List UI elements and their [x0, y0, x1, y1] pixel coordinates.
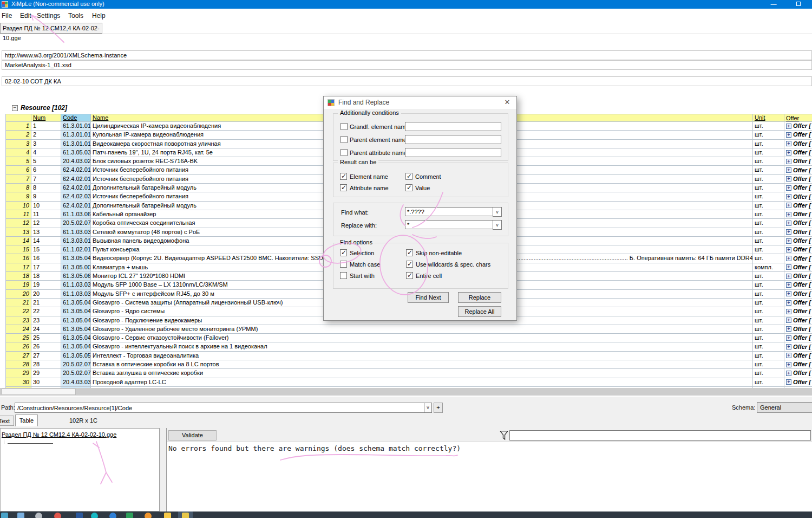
offer-cell[interactable]: +Offer [	[784, 290, 812, 299]
unit-cell[interactable]: шт.	[753, 272, 784, 281]
find-what-dropdown[interactable]: v	[493, 207, 502, 217]
expand-plus-icon[interactable]: +	[786, 353, 791, 358]
code-cell[interactable]: 61.3.05.06	[61, 272, 91, 281]
header-offer[interactable]: Offer	[784, 114, 812, 122]
find-what-input[interactable]	[405, 207, 493, 216]
expand-plus-icon[interactable]: +	[786, 212, 791, 217]
code-cell[interactable]: 61.3.05.00	[61, 263, 91, 272]
row-index-cell[interactable]: 29	[6, 369, 31, 378]
num-cell[interactable]: 25	[31, 334, 61, 342]
code-cell[interactable]: 61.1.03.03	[61, 228, 91, 237]
expand-plus-icon[interactable]: +	[786, 309, 791, 314]
expand-plus-icon[interactable]: +	[786, 167, 791, 173]
offer-cell[interactable]: +Offer [	[784, 378, 812, 387]
unit-cell[interactable]: шт.	[753, 290, 784, 299]
maximize-button[interactable]	[791, 0, 806, 9]
row-index-cell[interactable]: 14	[6, 237, 31, 245]
menu-file[interactable]: File	[2, 12, 12, 20]
row-index-cell[interactable]: 2	[6, 131, 31, 139]
word-icon[interactable]	[76, 513, 83, 518]
table-row[interactable]: 262661.3.05.04Glosavpro - интеллектуальн…	[6, 342, 812, 351]
num-cell[interactable]: 2	[31, 131, 61, 139]
code-cell[interactable]: 20.4.03.02	[61, 157, 91, 166]
offer-cell[interactable]: +Offer [	[784, 122, 812, 131]
expand-plus-icon[interactable]: +	[786, 132, 791, 138]
num-cell[interactable]: 30	[31, 378, 61, 387]
num-cell[interactable]: 12	[31, 219, 61, 228]
offer-cell[interactable]: +Offer [	[784, 369, 812, 378]
table-row[interactable]: 272761.3.05.05Интеллект - Торговая видео…	[6, 352, 812, 360]
code-cell[interactable]: 61.3.05.04	[61, 307, 91, 316]
name-cell[interactable]: Glosavpro - Удаленное рабочее место мони…	[91, 325, 753, 334]
option-checkbox-entire-cell[interactable]	[406, 272, 413, 279]
row-index-cell[interactable]: 24	[6, 325, 31, 334]
offer-cell[interactable]: +Offer [	[784, 202, 812, 210]
offer-cell[interactable]: +Offer [	[784, 360, 812, 369]
num-cell[interactable]: 21	[31, 299, 61, 307]
result-checkbox-element-name[interactable]	[340, 173, 347, 180]
result-checkbox-value[interactable]	[405, 184, 412, 191]
unit-cell[interactable]: шт.	[753, 352, 784, 360]
unit-cell[interactable]: шт.	[753, 202, 784, 210]
excel-icon[interactable]	[126, 513, 133, 518]
dialog-title-bar[interactable]: Find and Replace ✕	[324, 96, 516, 109]
tab-text[interactable]: Text	[0, 416, 14, 426]
num-cell[interactable]: 1	[31, 122, 61, 131]
row-index-cell[interactable]: 3	[6, 140, 31, 148]
menu-edit[interactable]: Edit	[20, 12, 31, 20]
expand-plus-icon[interactable]: +	[786, 291, 791, 296]
num-cell[interactable]: 13	[31, 228, 61, 237]
num-cell[interactable]: 24	[31, 325, 61, 334]
expand-plus-icon[interactable]: +	[786, 124, 791, 129]
unit-cell[interactable]: шт.	[753, 166, 784, 174]
table-row[interactable]: 252561.3.05.04Glosavpro - Сервис отказоу…	[6, 334, 812, 342]
row-index-cell[interactable]: 28	[6, 360, 31, 369]
code-cell[interactable]: 61.3.03.01	[61, 237, 91, 245]
xsd-cell[interactable]: MarketAnalysis-1_01.xsd	[2, 60, 812, 70]
row-index-cell[interactable]: 17	[6, 263, 31, 272]
expand-plus-icon[interactable]: +	[786, 371, 791, 376]
code-cell[interactable]: 20.5.02.07	[61, 360, 91, 369]
expand-plus-icon[interactable]: +	[786, 194, 791, 199]
expand-plus-icon[interactable]: +	[786, 238, 791, 244]
num-cell[interactable]: 26	[31, 342, 61, 351]
row-index-cell[interactable]: 8	[6, 184, 31, 192]
expand-plus-icon[interactable]: +	[786, 344, 791, 349]
expand-plus-icon[interactable]: +	[786, 335, 791, 341]
num-cell[interactable]: 17	[31, 263, 61, 272]
document-tab[interactable]: Раздел ПД № 12 СМ12,4 КА-02-02-10.gge	[0, 23, 102, 34]
offer-cell[interactable]: +Offer [	[784, 325, 812, 334]
option-checkbox-use-wildcards-spec-chars[interactable]	[406, 261, 413, 268]
unit-cell[interactable]: шт.	[753, 334, 784, 342]
row-index-cell[interactable]: 26	[6, 342, 31, 351]
expand-plus-icon[interactable]: +	[786, 362, 791, 367]
code-cell[interactable]: 61.3.05.05	[61, 352, 91, 360]
expand-plus-icon[interactable]: +	[786, 256, 791, 261]
condition-input-0[interactable]	[405, 122, 501, 131]
expand-plus-icon[interactable]: +	[786, 274, 791, 279]
num-cell[interactable]: 3	[31, 140, 61, 148]
option-checkbox-skip-non-editable[interactable]	[406, 249, 413, 256]
row-index-cell[interactable]: 16	[6, 254, 31, 263]
offer-cell[interactable]: +Offer [	[784, 263, 812, 272]
code-cell[interactable]: 62.4.02.01	[61, 175, 91, 184]
ximple-active-icon[interactable]	[182, 513, 189, 518]
row-index-cell[interactable]: 1	[6, 122, 31, 131]
offer-cell[interactable]: +Offer [	[784, 307, 812, 316]
offer-cell[interactable]: +Offer [	[784, 148, 812, 157]
row-index-cell[interactable]: 21	[6, 299, 31, 307]
condition-checkbox-1[interactable]	[340, 136, 348, 143]
app-window-icon[interactable]	[1, 513, 8, 518]
tree-root-item[interactable]: Раздел ПД № 12 СМ12.4 КА-02-02-10.gge	[2, 431, 116, 438]
num-cell[interactable]: 5	[31, 157, 61, 166]
tree-child-item[interactable]	[8, 443, 53, 444]
row-index-cell[interactable]: 15	[6, 245, 31, 254]
minimize-button[interactable]: —	[767, 0, 781, 9]
collapse-icon[interactable]: −	[12, 105, 18, 111]
num-cell[interactable]: 8	[31, 184, 61, 192]
code-cell[interactable]: 61.3.05.04	[61, 342, 91, 351]
expand-plus-icon[interactable]: +	[786, 203, 791, 208]
offer-cell[interactable]: +Offer [	[784, 299, 812, 307]
unit-cell[interactable]: шт.	[753, 148, 784, 157]
offer-cell[interactable]: +Offer [	[784, 237, 812, 245]
